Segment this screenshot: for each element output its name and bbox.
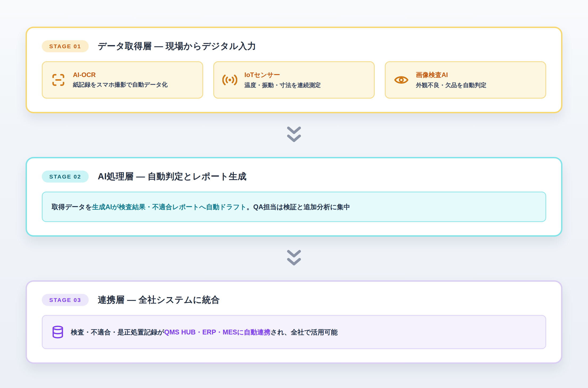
stage-2-badge: STAGE 02 (42, 171, 89, 183)
flow-arrow-2 (26, 237, 562, 280)
note-text-plain: され、全社で活用可能 (271, 328, 338, 336)
card-ai-ocr-text: AI-OCR 紙記録をスマホ撮影で自動データ化 (73, 71, 168, 89)
card-ai-ocr: AI-OCR 紙記録をスマホ撮影で自動データ化 (42, 61, 203, 99)
note-text-plain: 検査・不適合・是正処置記録が (71, 328, 164, 336)
card-image-inspection-text: 画像検査AI 外観不良・欠品を自動判定 (416, 71, 487, 89)
stage-3-badge: STAGE 03 (42, 294, 89, 306)
stage-1-cards: AI-OCR 紙記録をスマホ撮影で自動データ化 IoTセンサー (42, 61, 546, 99)
stage-1-title: データ取得層 — 現場からデジタル入力 (98, 40, 256, 52)
card-image-inspection-ai: 画像検査AI 外観不良・欠品を自動判定 (385, 61, 546, 99)
note-text-plain: 取得データを (52, 203, 92, 211)
scan-frame-icon (51, 73, 66, 87)
card-title: AI-OCR (73, 71, 168, 79)
card-desc: 温度・振動・寸法を連続測定 (244, 81, 321, 89)
flow-arrow-1 (26, 113, 562, 157)
stage-3-header: STAGE 03 連携層 — 全社システムに統合 (42, 294, 546, 306)
card-title: 画像検査AI (416, 71, 487, 79)
stage-3-title: 連携層 — 全社システムに統合 (98, 294, 220, 306)
eye-icon (394, 73, 409, 87)
stage-2-note-text: 取得データを生成AIが検査結果・不適合レポートへ自動ドラフト。QA担当は検証と追… (52, 202, 350, 212)
card-desc: 外観不良・欠品を自動判定 (416, 81, 487, 89)
note-text-highlight: QMS HUB・ERP・MESに自動連携 (164, 328, 271, 336)
stage-2-note: 取得データを生成AIが検査結果・不適合レポートへ自動ドラフト。QA担当は検証と追… (42, 192, 546, 222)
note-text-highlight: 生成AIが検査結果・不適合レポートへ自動ドラフト (92, 203, 247, 211)
card-title: IoTセンサー (244, 71, 321, 79)
stage-2-ai-processing: STAGE 02 AI処理層 — 自動判定とレポート生成 取得データを生成AIが… (26, 157, 562, 237)
double-chevron-down-icon (286, 249, 302, 268)
stage-1-header: STAGE 01 データ取得層 — 現場からデジタル入力 (42, 40, 546, 52)
broadcast-signal-icon (222, 73, 238, 87)
stage-3-note-text: 検査・不適合・是正処置記録がQMS HUB・ERP・MESに自動連携され、全社で… (71, 327, 338, 337)
stage-3-note: 検査・不適合・是正処置記録がQMS HUB・ERP・MESに自動連携され、全社で… (42, 315, 546, 349)
stage-2-header: STAGE 02 AI処理層 — 自動判定とレポート生成 (42, 171, 546, 183)
note-text-plain: 。QA担当は検証と追加分析に集中 (247, 203, 350, 211)
stage-1-badge: STAGE 01 (42, 40, 89, 52)
stage-3-integration: STAGE 03 連携層 — 全社システムに統合 検査・不適合・是正処置記録がQ… (26, 280, 562, 364)
stage-1-data-acquisition: STAGE 01 データ取得層 — 現場からデジタル入力 AI-OCR 紙記録を… (26, 27, 562, 113)
card-iot-sensor: IoTセンサー 温度・振動・寸法を連続測定 (213, 61, 375, 99)
database-icon (52, 325, 64, 339)
card-iot-sensor-text: IoTセンサー 温度・振動・寸法を連続測定 (244, 71, 321, 89)
process-flow-diagram: STAGE 01 データ取得層 — 現場からデジタル入力 AI-OCR 紙記録を… (26, 0, 562, 364)
card-desc: 紙記録をスマホ撮影で自動データ化 (73, 81, 168, 89)
double-chevron-down-icon (286, 126, 302, 144)
stage-2-title: AI処理層 — 自動判定とレポート生成 (98, 171, 247, 183)
